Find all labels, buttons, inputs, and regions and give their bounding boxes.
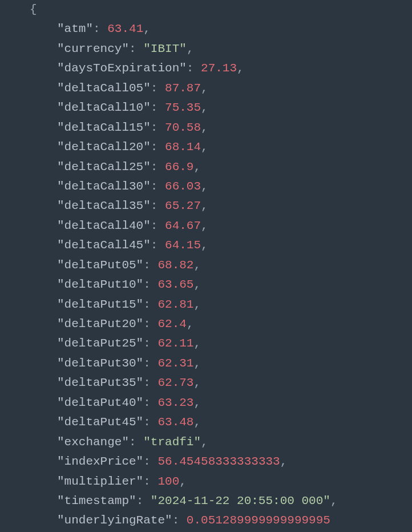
json-comma: , bbox=[201, 101, 208, 114]
json-colon: : bbox=[151, 219, 165, 232]
json-comma: , bbox=[280, 455, 288, 468]
json-comma: , bbox=[187, 317, 194, 331]
json-code-block: { "atm": 63.41,"currency": "IBIT","daysT… bbox=[0, 0, 412, 531]
json-key: "deltaPut30" bbox=[57, 357, 143, 370]
json-colon: : bbox=[143, 259, 157, 272]
json-entry-line: "deltaCall35": 65.27, bbox=[0, 196, 412, 216]
json-entry-line: "deltaCall45": 64.15, bbox=[0, 236, 412, 255]
json-colon: : bbox=[136, 494, 151, 507]
json-comma: , bbox=[193, 160, 201, 174]
json-comma: , bbox=[193, 298, 201, 311]
json-key: "deltaPut20" bbox=[57, 317, 143, 331]
json-value: 64.15 bbox=[165, 239, 201, 252]
json-key: "deltaCall15" bbox=[57, 121, 151, 134]
json-value: 75.35 bbox=[165, 101, 201, 114]
json-comma: , bbox=[193, 396, 201, 409]
json-colon: : bbox=[129, 42, 143, 55]
json-colon: : bbox=[151, 160, 165, 174]
json-key: "deltaPut15" bbox=[57, 298, 143, 311]
json-value: 62.73 bbox=[157, 376, 193, 389]
json-colon: : bbox=[151, 101, 165, 114]
json-colon: : bbox=[151, 239, 165, 252]
json-key: "deltaPut25" bbox=[57, 337, 143, 350]
json-key: "deltaCall20" bbox=[57, 140, 151, 154]
json-comma: , bbox=[179, 475, 187, 488]
json-value: 87.87 bbox=[165, 82, 201, 95]
json-entry-line: "deltaCall25": 66.9, bbox=[0, 158, 412, 177]
json-comma: , bbox=[193, 416, 201, 429]
json-value: 63.41 bbox=[107, 22, 143, 35]
json-value: 63.65 bbox=[157, 278, 193, 291]
json-key: "deltaCall25" bbox=[57, 160, 151, 174]
json-comma: , bbox=[330, 494, 338, 507]
json-key: "deltaCall35" bbox=[57, 199, 151, 212]
json-comma: , bbox=[193, 376, 201, 389]
json-key: "timestamp" bbox=[57, 494, 136, 507]
json-comma: , bbox=[201, 140, 208, 154]
json-entry-line: "timestamp": "2024-11-22 20:55:00 000", bbox=[0, 491, 412, 511]
json-value: 68.82 bbox=[157, 259, 193, 272]
json-colon: : bbox=[151, 82, 165, 95]
json-entry-line: "deltaCall15": 70.58, bbox=[0, 118, 412, 138]
json-comma: , bbox=[193, 259, 201, 272]
json-entry-line: "deltaPut25": 62.11, bbox=[0, 334, 412, 353]
json-value: 66.03 bbox=[165, 180, 201, 193]
json-value: 64.67 bbox=[165, 219, 201, 232]
json-colon: : bbox=[143, 455, 157, 468]
json-value: "tradfi" bbox=[143, 436, 201, 449]
json-colon: : bbox=[129, 436, 143, 449]
json-value: 62.81 bbox=[157, 298, 193, 311]
json-key: "deltaCall40" bbox=[57, 219, 151, 232]
json-colon: : bbox=[151, 121, 165, 134]
json-comma: , bbox=[237, 62, 244, 75]
json-colon: : bbox=[151, 140, 165, 154]
json-entry-line: "deltaPut05": 68.82, bbox=[0, 256, 412, 275]
json-colon: : bbox=[143, 298, 157, 311]
json-key: "currency" bbox=[57, 42, 129, 55]
json-key: "indexPrice" bbox=[57, 455, 143, 468]
json-key: "atm" bbox=[57, 22, 93, 35]
json-comma: , bbox=[201, 180, 208, 193]
json-value: 100 bbox=[157, 475, 179, 488]
json-value: 68.14 bbox=[165, 140, 201, 154]
json-value: 62.11 bbox=[157, 337, 193, 350]
json-colon: : bbox=[143, 357, 157, 370]
json-value: 62.4 bbox=[157, 317, 186, 331]
json-key: "deltaPut35" bbox=[57, 376, 143, 389]
json-entry-line: "indexPrice": 56.45458333333333, bbox=[0, 452, 412, 471]
json-value: "2024-11-22 20:55:00 000" bbox=[151, 494, 330, 507]
json-colon: : bbox=[143, 317, 157, 331]
json-entry-line: "multiplier": 100, bbox=[0, 472, 412, 491]
json-comma: , bbox=[193, 337, 201, 350]
json-key: "deltaCall45" bbox=[57, 239, 151, 252]
json-entry-line: "deltaCall10": 75.35, bbox=[0, 98, 412, 118]
json-value: 66.9 bbox=[165, 160, 193, 174]
json-comma: , bbox=[143, 22, 151, 35]
json-key: "deltaPut10" bbox=[57, 278, 143, 291]
json-colon: : bbox=[143, 416, 157, 429]
open-brace: { bbox=[30, 3, 37, 16]
json-entry-line: "exchange": "tradfi", bbox=[0, 433, 412, 452]
json-colon: : bbox=[143, 376, 157, 389]
json-value: 62.31 bbox=[157, 357, 193, 370]
json-key: "daysToExpiration" bbox=[57, 62, 187, 75]
json-key: "underlyingRate" bbox=[57, 514, 172, 527]
json-entry-line: "deltaPut20": 62.4, bbox=[0, 315, 412, 334]
json-comma: , bbox=[201, 82, 208, 95]
json-value: 0.051289999999999995 bbox=[187, 514, 330, 527]
json-colon: : bbox=[151, 180, 165, 193]
json-entry-line: "deltaCall40": 64.67, bbox=[0, 216, 412, 236]
json-entry-line: "underlyingRate": 0.051289999999999995 bbox=[0, 511, 412, 530]
json-comma: , bbox=[187, 42, 194, 55]
json-colon: : bbox=[143, 278, 157, 291]
json-comma: , bbox=[201, 121, 208, 134]
json-entry-line: "deltaPut45": 63.48, bbox=[0, 413, 412, 432]
json-key: "deltaCall10" bbox=[57, 101, 151, 114]
json-entry-line: "daysToExpiration": 27.13, bbox=[0, 59, 412, 78]
json-key: "deltaPut40" bbox=[57, 396, 143, 409]
json-entry-line: "currency": "IBIT", bbox=[0, 39, 412, 59]
json-comma: , bbox=[201, 239, 208, 252]
json-colon: : bbox=[143, 396, 157, 409]
json-comma: , bbox=[193, 278, 201, 291]
json-key: "deltaCall30" bbox=[57, 180, 151, 193]
